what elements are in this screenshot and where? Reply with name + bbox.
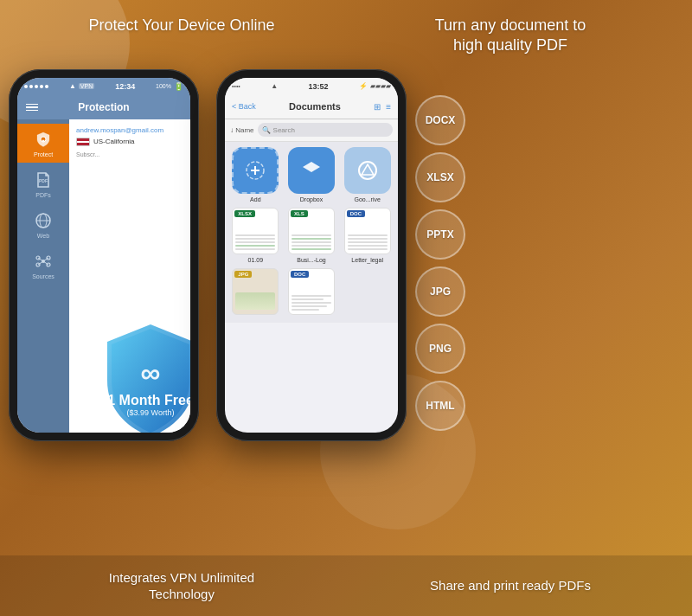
sidebar-sources-label: Sources (32, 273, 54, 279)
promo-line1: 1 Month Free (107, 393, 190, 408)
jpg-badge: JPG (234, 271, 252, 278)
doc2-badge: DOC (291, 271, 309, 278)
badge-jpg: JPG (415, 266, 465, 317)
doc-badge: DOC (347, 210, 365, 217)
docs-toolbar: ↓ Name 🔍 Search (225, 119, 398, 142)
background: Protect Your Device Online Turn any docu… (0, 0, 692, 616)
flag-icon (76, 138, 90, 146)
badge-docx: DOCX (415, 95, 465, 145)
protect-icon: ♥ (33, 129, 54, 150)
top-right-title: Turn any document tohigh quality PDF (346, 16, 675, 56)
doc-jpg[interactable]: JPG (230, 268, 281, 318)
dropbox-label: Dropbox (300, 196, 323, 202)
search-icon: 🔍 (262, 126, 271, 134)
xlsx-label: 01.09 (248, 257, 264, 263)
add-icon-container (232, 147, 279, 194)
battery-area-1: 100% 🔋 (156, 82, 183, 91)
shield-overlay: ∞ 1 Month Free ($3.99 Worth) (99, 320, 190, 433)
vpn-badge: VPN (79, 83, 94, 89)
phone1-body: ♥ Protect PDF (17, 119, 190, 433)
svg-text:♥: ♥ (42, 138, 45, 143)
file-lines-2 (292, 234, 331, 252)
pdf-icon: PDF (33, 170, 54, 190)
xlsx-badge: XLSX (234, 210, 255, 217)
wifi-icon: ▲ (69, 82, 76, 90)
location-text: US-California (93, 138, 135, 145)
dropbox-icon-container (288, 147, 335, 194)
list-view-icon[interactable]: ≡ (386, 102, 391, 112)
sidebar-sources[interactable]: Sources (17, 246, 69, 285)
xls-badge: XLS (291, 210, 308, 217)
status-bar-1: ▲ VPN 12:34 100% 🔋 (17, 78, 190, 95)
battery-icon-2: ▰▰▰▰ (370, 82, 391, 90)
doc-dropbox[interactable]: Dropbox (286, 147, 337, 202)
badge-xlsx: XLSX (415, 152, 465, 202)
time-display-2: 13:52 (309, 82, 329, 91)
svg-marker-18 (303, 162, 320, 177)
badge-png: PNG (415, 324, 465, 374)
doc-add[interactable]: Add (230, 147, 281, 202)
phone-2-mockup: •••• ▲ 13:52 ⚡ ▰▰▰▰ < Back Documents (216, 69, 407, 441)
file-lines-1 (235, 234, 275, 252)
google-drive-icon-container (344, 147, 391, 194)
web-icon (33, 210, 54, 231)
doc-xlsx[interactable]: XLSX 01.09 (230, 208, 281, 263)
bottom-right: Share and print ready PDFs (346, 562, 675, 609)
file-lines-3 (348, 234, 388, 252)
doc-letter[interactable]: DOC Letter_legal (342, 208, 393, 263)
phone-1-mockup: ▲ VPN 12:34 100% 🔋 Protection (9, 69, 199, 441)
hamburger-icon[interactable] (26, 104, 38, 112)
infinity-icon: ∞ (107, 357, 190, 389)
bottom-right-text: Share and print ready PDFs (430, 577, 591, 594)
sidebar-pdfs-label: PDFs (35, 192, 51, 198)
add-label: Add (250, 196, 260, 202)
pdf-title: Turn any document tohigh quality PDF (346, 16, 675, 56)
bottom-left: Integrates VPN UnlimitedTechnology (17, 562, 346, 609)
sidebar: ♥ Protect PDF (17, 119, 69, 433)
doc-xls[interactable]: XLS Busi...-Log (286, 208, 337, 263)
search-placeholder: Search (273, 126, 295, 134)
docs-actions: ⊞ ≡ (374, 102, 391, 112)
doc-google-drive[interactable]: Goo...rive (342, 147, 393, 202)
doc-doc2[interactable]: DOC (286, 268, 337, 318)
battery-icon: 🔋 (174, 82, 183, 91)
sidebar-protect[interactable]: ♥ Protect (17, 124, 69, 163)
battery-text: 100% (156, 83, 171, 89)
bottom-section: Integrates VPN UnlimitedTechnology Share… (0, 555, 692, 616)
google-drive-label: Goo...rive (354, 196, 380, 202)
sidebar-web[interactable]: Web (17, 205, 69, 244)
status-bar-2: •••• ▲ 13:52 ⚡ ▰▰▰▰ (225, 78, 398, 95)
user-location: US-California (76, 138, 183, 146)
phone-1-screen: ▲ VPN 12:34 100% 🔋 Protection (17, 78, 190, 433)
phone-2-screen: •••• ▲ 13:52 ⚡ ▰▰▰▰ < Back Documents (225, 78, 398, 433)
xlsx-thumb: XLSX (232, 208, 279, 254)
docs-grid: Add Dropbox (225, 142, 398, 323)
shield-promo: ∞ 1 Month Free ($3.99 Worth) (99, 320, 190, 433)
shield-promo-text: ∞ 1 Month Free ($3.99 Worth) (107, 357, 190, 417)
back-button[interactable]: < Back (232, 102, 256, 111)
user-email: andrew.mospan@gmail.com (76, 126, 183, 134)
sidebar-protect-label: Protect (34, 151, 53, 157)
phone1-main: andrew.mospan@gmail.com US-California Su… (69, 119, 190, 433)
promo-line2: ($3.99 Worth) (107, 408, 190, 417)
docs-nav: < Back Documents ⊞ ≡ (225, 95, 398, 119)
signal-dots (24, 85, 48, 88)
xls-thumb: XLS (288, 208, 335, 254)
doc-thumb: DOC (344, 208, 391, 254)
badge-pptx: PPTX (415, 209, 465, 260)
signal-dots-2: •••• (232, 83, 240, 89)
docs-title: Documents (256, 101, 374, 112)
time-display-1: 12:34 (115, 82, 135, 91)
sidebar-pdfs[interactable]: PDF PDFs (17, 164, 69, 203)
main-content: ▲ VPN 12:34 100% 🔋 Protection (0, 65, 692, 465)
sources-icon (33, 251, 54, 272)
subscribe-label: Subscr... (76, 151, 183, 157)
search-bar[interactable]: 🔍 Search (258, 123, 393, 137)
wifi-icon-2: ▲ (271, 82, 278, 90)
doc2-thumb: DOC (288, 268, 335, 315)
file-lines-4 (292, 295, 331, 312)
bluetooth-icon: ⚡ (359, 82, 368, 90)
grid-view-icon[interactable]: ⊞ (374, 102, 381, 112)
sort-button[interactable]: ↓ Name (230, 126, 254, 134)
jpg-thumb: JPG (232, 268, 279, 315)
